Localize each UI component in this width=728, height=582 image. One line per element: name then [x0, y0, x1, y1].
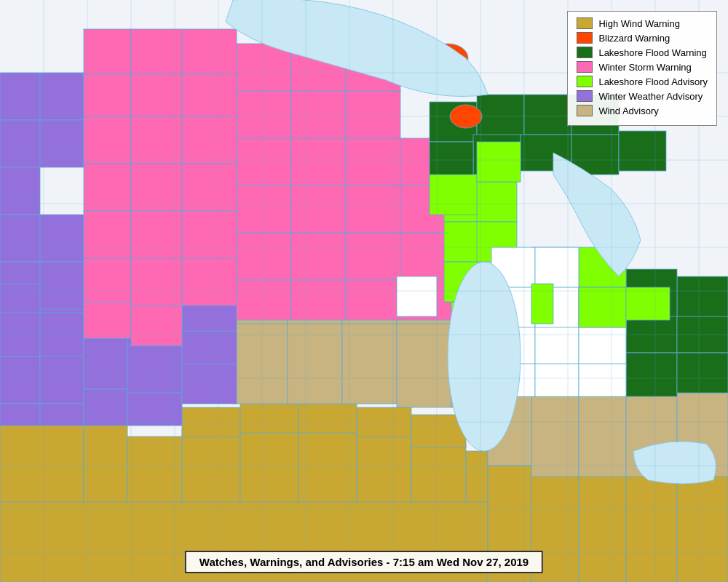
svg-rect-64	[40, 262, 84, 309]
svg-rect-145	[535, 327, 579, 367]
svg-rect-102	[346, 186, 400, 233]
svg-rect-67	[84, 73, 131, 116]
svg-rect-78	[131, 306, 182, 346]
svg-rect-68	[84, 116, 131, 164]
svg-rect-56	[182, 302, 237, 335]
svg-rect-89	[237, 280, 291, 320]
svg-rect-37	[579, 393, 626, 477]
svg-rect-77	[131, 258, 182, 306]
svg-rect-23	[288, 320, 342, 404]
svg-rect-96	[84, 29, 131, 74]
svg-rect-149	[579, 364, 626, 396]
svg-rect-62	[40, 120, 84, 167]
svg-rect-24	[342, 320, 397, 404]
svg-rect-22	[233, 320, 288, 404]
map-caption: Watches, Warnings, and Advisories - 7:15…	[185, 551, 543, 573]
svg-rect-97	[131, 29, 182, 74]
svg-rect-41	[0, 73, 40, 120]
legend-item-wind-advisory: Wind Advisory	[577, 105, 708, 116]
svg-rect-74	[131, 116, 182, 164]
svg-rect-36	[531, 393, 579, 477]
svg-rect-150	[531, 284, 553, 324]
svg-rect-60	[0, 284, 40, 313]
svg-rect-50	[40, 356, 84, 404]
svg-rect-151	[579, 287, 626, 327]
legend-label-winter-weather-advisory: Winter Weather Advisory	[598, 91, 703, 102]
svg-rect-101	[346, 138, 400, 186]
svg-rect-43	[0, 167, 40, 215]
svg-rect-100	[346, 91, 400, 138]
svg-rect-120	[626, 353, 677, 396]
legend-swatch-winter-weather-advisory	[577, 90, 593, 102]
svg-rect-122	[677, 353, 728, 393]
svg-rect-72	[84, 302, 131, 338]
svg-rect-104	[346, 280, 400, 320]
svg-rect-73	[131, 73, 182, 116]
legend-label-high-wind-warning: High Wind Warning	[598, 18, 680, 29]
svg-rect-121	[677, 313, 728, 353]
svg-rect-88	[237, 233, 291, 280]
svg-rect-107	[400, 233, 451, 280]
svg-rect-49	[40, 309, 84, 364]
svg-rect-91	[291, 91, 346, 138]
svg-rect-80	[182, 116, 237, 164]
svg-rect-81	[182, 164, 237, 211]
svg-rect-47	[0, 356, 40, 404]
svg-rect-95	[291, 280, 346, 320]
svg-rect-79	[182, 73, 237, 116]
legend: High Wind Warning Blizzard Warning Lakes…	[567, 11, 717, 126]
svg-rect-103	[346, 233, 400, 280]
svg-rect-112	[524, 95, 571, 135]
legend-item-winter-storm-warning: Winter Storm Warning	[577, 61, 708, 73]
legend-label-lakeshore-flood-advisory: Lakeshore Flood Advisory	[598, 76, 708, 87]
legend-swatch-lakeshore-flood-advisory	[577, 76, 593, 87]
svg-rect-141	[535, 247, 579, 287]
svg-rect-44	[0, 215, 40, 262]
svg-rect-71	[84, 258, 131, 306]
svg-rect-86	[237, 138, 291, 186]
svg-rect-93	[291, 186, 346, 233]
map-container: High Wind Warning Blizzard Warning Lakes…	[0, 0, 728, 582]
svg-rect-138	[477, 142, 521, 182]
svg-rect-69	[84, 164, 131, 211]
svg-rect-70	[84, 211, 131, 258]
legend-item-winter-weather-advisory: Winter Weather Advisory	[577, 90, 708, 102]
legend-swatch-winter-storm-warning	[577, 61, 593, 73]
svg-rect-42	[0, 120, 40, 167]
svg-rect-15	[626, 473, 677, 582]
svg-rect-123	[677, 276, 728, 316]
svg-rect-14	[579, 473, 626, 582]
svg-rect-16	[677, 473, 728, 582]
svg-rect-98	[182, 29, 237, 74]
legend-label-blizzard-warning: Blizzard Warning	[598, 33, 670, 44]
svg-rect-25	[397, 320, 451, 407]
svg-rect-76	[131, 211, 182, 258]
svg-rect-92	[291, 138, 346, 186]
svg-rect-85	[237, 91, 291, 138]
svg-point-153	[448, 262, 521, 451]
legend-item-blizzard-warning: Blizzard Warning	[577, 32, 708, 44]
svg-rect-94	[291, 233, 346, 280]
svg-rect-87	[237, 186, 291, 233]
svg-rect-61	[40, 73, 84, 120]
legend-swatch-lakeshore-flood-warning	[577, 47, 593, 58]
svg-rect-109	[397, 276, 437, 316]
legend-item-high-wind-warning: High Wind Warning	[577, 17, 708, 29]
svg-rect-152	[626, 287, 670, 320]
svg-rect-66	[182, 364, 237, 404]
svg-rect-48	[0, 404, 40, 426]
legend-item-lakeshore-flood-warning: Lakeshore Flood Warning	[577, 47, 708, 58]
svg-rect-75	[131, 164, 182, 211]
svg-rect-46	[0, 309, 40, 356]
legend-swatch-high-wind-warning	[577, 17, 593, 29]
svg-rect-133	[430, 175, 477, 215]
svg-rect-82	[182, 211, 237, 258]
svg-rect-63	[40, 215, 84, 262]
legend-item-lakeshore-flood-advisory: Lakeshore Flood Advisory	[577, 76, 708, 87]
legend-label-winter-storm-warning: Winter Storm Warning	[598, 62, 691, 73]
svg-rect-148	[535, 364, 579, 396]
svg-rect-19	[298, 404, 357, 433]
legend-label-lakeshore-flood-warning: Lakeshore Flood Warning	[598, 47, 706, 58]
svg-rect-51	[40, 404, 84, 426]
svg-rect-52	[84, 335, 127, 389]
